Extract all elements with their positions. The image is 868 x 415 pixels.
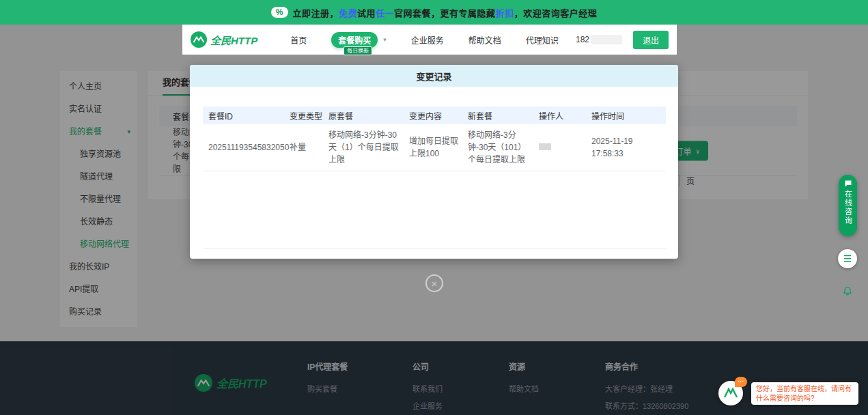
close-button[interactable]: × <box>425 274 443 292</box>
logo-icon <box>723 385 739 401</box>
nav-right: 182 退出 <box>576 31 669 49</box>
operator-redaction <box>539 143 551 150</box>
promo-text: 立即注册，免费试用任一官网套餐，更有专属隐藏折扣，欢迎咨询客户经理 <box>293 6 598 19</box>
phone-redaction <box>591 35 622 44</box>
cell-old-package: 移动网络-3分钟-30天（1）个每日提取上限 <box>323 129 404 166</box>
column-header-operator: 操作人 <box>533 110 586 121</box>
promo-banner: % 立即注册，免费试用任一官网套餐，更有专属隐藏折扣，欢迎咨询客户经理 <box>0 0 868 25</box>
logo-text: 全民HTTP <box>210 33 257 47</box>
cell-new-package: 移动网络-3分钟-30天（101）个每日提取上限 <box>462 129 533 166</box>
nav-item-help[interactable]: 帮助文档 <box>468 34 501 46</box>
logo-icon <box>191 31 207 48</box>
column-header-old-package: 原套餐 <box>323 110 404 121</box>
column-header-package-id: 套餐ID <box>203 110 284 121</box>
nav-item-packages[interactable]: 套餐购买 每日换新 ▾ <box>331 32 387 48</box>
cell-package-id: 202511193545832050 <box>203 141 284 154</box>
logout-button[interactable]: 退出 <box>633 31 669 49</box>
logo[interactable]: 全民HTTP <box>191 31 257 48</box>
column-header-new-package: 新套餐 <box>462 110 533 121</box>
account-phone: 182 <box>576 35 622 44</box>
nav-menu: 首页 套餐购买 每日换新 ▾ 企业服务 帮助文档 代理知识 <box>290 32 559 48</box>
nav-bar: 全民HTTP 首页 套餐购买 每日换新 ▾ 企业服务 帮助文档 代理知识 182… <box>182 25 677 55</box>
dialog-title: 变更记录 <box>190 65 678 87</box>
close-icon: × <box>432 278 438 289</box>
table-header-row: 套餐ID 变更类型 原套餐 变更内容 新套餐 操作人 操作时间 <box>203 106 666 124</box>
chat-message-popup[interactable]: 您好，当前有客服在线，请问有什么需要咨询的吗? <box>751 382 858 405</box>
hamburger-icon: ☰ <box>843 253 852 264</box>
percent-icon: % <box>271 7 288 18</box>
nav-item-enterprise[interactable]: 企业服务 <box>411 34 444 46</box>
cell-operate-time: 2025-11-19 17:58:33 <box>586 135 666 160</box>
quick-menu-button[interactable]: ☰ <box>838 249 857 268</box>
change-records-table: 套餐ID 变更类型 原套餐 变更内容 新套餐 操作人 操作时间 20251119… <box>203 106 666 171</box>
change-records-dialog: 变更记录 套餐ID 变更类型 原套餐 变更内容 新套餐 操作人 操作时间 202… <box>190 65 678 259</box>
cell-change-type: 补量 <box>284 141 323 154</box>
chevron-down-icon: ▾ <box>383 36 387 43</box>
column-header-change-type: 变更类型 <box>284 110 323 121</box>
nav-item-knowledge[interactable]: 代理知识 <box>526 34 559 46</box>
column-header-change-content: 变更内容 <box>404 110 462 121</box>
online-consult-button[interactable]: 在线咨询 <box>839 175 857 236</box>
notification-bell-icon[interactable] <box>842 285 853 299</box>
daily-new-tag: 每日换新 <box>344 46 372 55</box>
nav-item-home[interactable]: 首页 <box>290 34 307 46</box>
divider <box>203 248 666 249</box>
table-row: 202511193545832050 补量 移动网络-3分钟-30天（1）个每日… <box>203 124 666 171</box>
page: % 立即注册，免费试用任一官网套餐，更有专属隐藏折扣，欢迎咨询客户经理 全民HT… <box>0 0 868 415</box>
consult-label: 在线咨询 <box>843 190 854 225</box>
column-header-operate-time: 操作时间 <box>586 110 666 121</box>
package-buy-badge[interactable]: 套餐购买 <box>331 32 378 48</box>
chat-bubble-icon[interactable]: ··· <box>735 377 747 387</box>
cell-change-content: 增加每日提取上限100 <box>404 135 462 160</box>
cell-operator <box>533 141 586 154</box>
chat-icon <box>844 180 852 188</box>
